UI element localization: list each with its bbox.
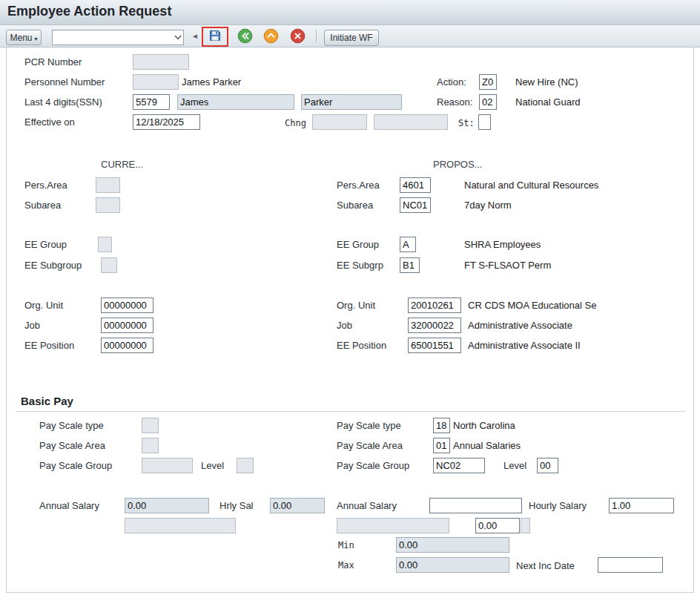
proposed-level-label: Level bbox=[503, 460, 526, 471]
initiate-wf-label: Initiate WF bbox=[330, 33, 372, 43]
current-pay-scale-area-label: Pay Scale Area bbox=[39, 440, 105, 451]
proposed-amount-unit-box bbox=[521, 518, 530, 533]
proposed-ee-position-input[interactable] bbox=[408, 338, 461, 353]
proposed-pay-scale-area-input[interactable] bbox=[433, 438, 450, 453]
proposed-org-unit-label: Org. Unit bbox=[337, 300, 375, 311]
basic-pay-divider bbox=[16, 411, 685, 412]
proposed-subarea-input[interactable] bbox=[400, 197, 431, 213]
menu-button-label: Menu bbox=[10, 33, 32, 43]
proposed-pay-scale-type-input[interactable] bbox=[433, 418, 450, 433]
proposed-wage-type-input bbox=[337, 518, 449, 533]
st-input[interactable] bbox=[478, 114, 491, 130]
back-icon bbox=[237, 28, 253, 46]
current-extra-input bbox=[125, 518, 236, 533]
min-label: Min bbox=[338, 540, 354, 550]
current-ee-position-label: EE Position bbox=[24, 340, 74, 351]
effective-on-input[interactable] bbox=[133, 114, 200, 130]
proposed-ee-subgrp-label: EE Subgrp bbox=[337, 260, 383, 271]
proposed-pay-scale-area-label: Pay Scale Area bbox=[337, 440, 403, 451]
proposed-org-unit-input[interactable] bbox=[408, 298, 461, 313]
action-label: Action: bbox=[437, 76, 466, 88]
proposed-ee-subgrp-text: FT S-FLSAOT Perm bbox=[464, 260, 551, 271]
menu-caret-icon: ▾ bbox=[35, 36, 38, 42]
current-pers-area-input bbox=[96, 177, 120, 193]
current-subarea-label: Subarea bbox=[24, 200, 61, 211]
proposed-job-input[interactable] bbox=[408, 318, 461, 333]
proposed-pay-scale-type-label: Pay Scale type bbox=[337, 420, 401, 431]
proposed-pay-scale-area-text: Annual Salaries bbox=[453, 440, 521, 451]
back-button[interactable] bbox=[236, 28, 254, 45]
proposed-level-input[interactable] bbox=[537, 458, 558, 473]
action-code-input[interactable] bbox=[479, 74, 497, 90]
current-org-unit-label: Org. Unit bbox=[24, 300, 63, 311]
chng-input-1 bbox=[312, 114, 367, 130]
current-pay-scale-type-input bbox=[142, 418, 159, 433]
proposed-annual-salary-label: Annual Salary bbox=[337, 500, 397, 511]
proposed-pers-area-label: Pers.Area bbox=[337, 180, 380, 191]
proposed-hourly-salary-input[interactable] bbox=[609, 498, 674, 513]
last-name-input bbox=[301, 94, 402, 110]
toolbar-combobox[interactable] bbox=[52, 30, 184, 45]
current-org-unit-input[interactable] bbox=[101, 298, 153, 313]
save-button[interactable] bbox=[206, 28, 225, 45]
current-annual-salary-input bbox=[125, 498, 209, 513]
proposed-ee-position-text: Administrative Associate II bbox=[468, 340, 581, 351]
chng-label: Chng bbox=[285, 118, 306, 128]
current-job-input[interactable] bbox=[101, 318, 153, 333]
next-inc-date-label: Next Inc Date bbox=[516, 560, 575, 571]
first-name-input bbox=[177, 94, 294, 110]
current-annual-salary-label: Annual Salary bbox=[39, 500, 99, 511]
current-pers-area-label: Pers.Area bbox=[24, 180, 67, 191]
current-job-label: Job bbox=[24, 320, 40, 331]
pcr-number-label: PCR Number bbox=[24, 56, 82, 68]
proposed-pay-scale-group-label: Pay Scale Group bbox=[337, 460, 409, 471]
proposed-ee-group-input[interactable] bbox=[400, 237, 416, 252]
toolbar-separator bbox=[316, 30, 317, 42]
proposed-job-label: Job bbox=[337, 320, 352, 331]
st-label: St: bbox=[458, 118, 475, 128]
current-pay-scale-group-input bbox=[142, 458, 193, 473]
proposed-subarea-label: Subarea bbox=[337, 200, 373, 211]
current-level-label: Level bbox=[201, 460, 224, 471]
toolbar-combobox-input[interactable] bbox=[53, 31, 172, 44]
personnel-number-label: Personnel Number bbox=[24, 76, 105, 88]
action-text: New Hire (NC) bbox=[515, 76, 578, 88]
collapse-left-icon[interactable]: ◄ bbox=[191, 32, 199, 40]
cancel-button[interactable] bbox=[288, 28, 307, 45]
pcr-number-input bbox=[133, 54, 189, 70]
proposed-pers-area-input[interactable] bbox=[400, 177, 431, 193]
current-subarea-input bbox=[96, 197, 120, 213]
proposed-amount-input[interactable] bbox=[475, 518, 520, 533]
current-pay-scale-area-input bbox=[142, 438, 159, 453]
proposed-ee-group-label: EE Group bbox=[337, 239, 379, 250]
menu-button[interactable]: Menu ▾ bbox=[6, 30, 42, 45]
proposed-org-unit-text: CR CDS MOA Educational Se bbox=[468, 300, 596, 311]
chevron-down-icon[interactable] bbox=[172, 35, 183, 40]
title-bar: Employee Action Request bbox=[0, 0, 700, 25]
max-label: Max bbox=[338, 560, 354, 571]
min-input bbox=[396, 537, 509, 553]
proposed-ee-group-text: SHRA Employees bbox=[464, 239, 541, 250]
reason-code-input[interactable] bbox=[479, 94, 497, 110]
max-input bbox=[396, 557, 509, 573]
exit-icon bbox=[263, 28, 279, 46]
proposed-pay-scale-group-input[interactable] bbox=[433, 458, 485, 473]
save-button-highlight bbox=[202, 27, 228, 47]
proposed-subarea-text: 7day Norm bbox=[464, 200, 512, 211]
reason-text: National Guard bbox=[515, 96, 580, 108]
chng-input-2 bbox=[374, 114, 448, 130]
basic-pay-heading: Basic Pay bbox=[21, 395, 73, 407]
next-inc-date-input[interactable] bbox=[598, 557, 663, 573]
exit-button[interactable] bbox=[262, 28, 280, 45]
current-hrly-sal-label: Hrly Sal bbox=[219, 500, 254, 511]
proposed-annual-salary-input[interactable] bbox=[429, 498, 522, 513]
proposed-pay-scale-type-text: North Carolina bbox=[453, 420, 515, 431]
proposed-column-header: PROPOS... bbox=[433, 159, 482, 170]
ssn-input[interactable] bbox=[133, 94, 170, 110]
personnel-number-input bbox=[133, 74, 179, 90]
proposed-ee-subgrp-input[interactable] bbox=[400, 257, 420, 273]
employee-action-request-window: Employee Action Request Menu ▾ ◄ bbox=[0, 0, 700, 595]
current-ee-position-input[interactable] bbox=[101, 338, 153, 353]
proposed-hourly-salary-label: Hourly Salary bbox=[529, 500, 587, 511]
initiate-wf-button[interactable]: Initiate WF bbox=[324, 30, 379, 46]
